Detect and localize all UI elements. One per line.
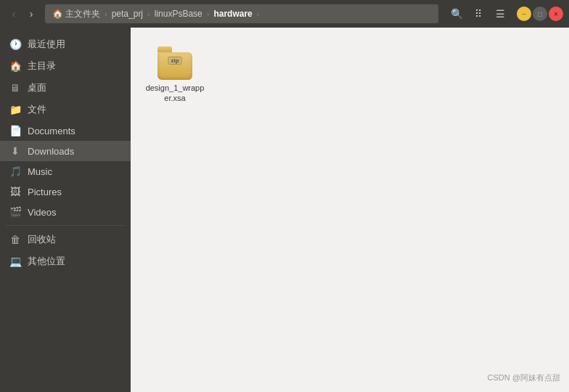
sidebar-item-documents[interactable]: 📄 Documents	[0, 121, 131, 141]
breadcrumb-sep-3: ›	[207, 9, 210, 18]
music-icon: 🎵	[9, 166, 22, 177]
sidebar-divider	[6, 225, 125, 226]
home-icon: 🏠	[52, 9, 63, 19]
breadcrumb-sep-2: ›	[147, 9, 150, 18]
sidebar-item-files-label: 文件	[28, 103, 122, 116]
folder-body: zip	[157, 52, 192, 80]
download-icon: ⬇	[9, 145, 22, 157]
maximize-button[interactable]: □	[533, 7, 547, 21]
nav-controls: ‹ ›	[6, 6, 39, 22]
desktop-icon: 🖥	[9, 82, 22, 94]
sidebar-item-videos[interactable]: 🎬 Videos	[0, 202, 131, 222]
file-item[interactable]: zip design_1_wrapper.xsa	[142, 39, 208, 110]
sidebar-item-home[interactable]: 🏠 主目录	[0, 55, 131, 77]
breadcrumb-peta[interactable]: peta_prj	[109, 7, 146, 20]
sidebar-item-downloads-label: Downloads	[28, 146, 122, 157]
window-controls: − □ ×	[517, 7, 563, 21]
sidebar-item-recent-label: 最近使用	[28, 38, 122, 51]
sidebar: 🕐 最近使用 🏠 主目录 🖥 桌面 📁 文件 📄 Documents ⬇ Dow…	[0, 28, 131, 392]
sidebar-item-trash-label: 回收站	[28, 233, 122, 246]
breadcrumb-hardware-label: hardware	[213, 9, 252, 19]
sidebar-item-other[interactable]: 💻 其他位置	[0, 250, 131, 272]
toolbar-actions: 🔍 ⠿ ☰	[447, 4, 509, 23]
grid-icon: ⠿	[475, 8, 482, 20]
sidebar-item-desktop-label: 桌面	[28, 81, 122, 94]
breadcrumb-sep-4: ›	[257, 9, 260, 18]
folder-icon-wrap: zip	[157, 45, 192, 80]
breadcrumb-hardware[interactable]: hardware	[210, 7, 255, 20]
sidebar-item-documents-label: Documents	[28, 126, 122, 136]
videos-icon: 🎬	[9, 206, 22, 218]
sidebar-item-files[interactable]: 📁 文件	[0, 99, 131, 121]
breadcrumb: 🏠 主文件夹 › peta_prj › linuxPsBase › hardwa…	[45, 4, 438, 23]
back-button[interactable]: ‹	[6, 6, 22, 22]
file-name: design_1_wrapper.xsa	[145, 83, 205, 104]
sidebar-item-pictures[interactable]: 🖼 Pictures	[0, 181, 131, 202]
search-button[interactable]: 🔍	[447, 4, 466, 23]
zip-badge: zip	[168, 57, 181, 65]
sidebar-item-downloads[interactable]: ⬇ Downloads	[0, 141, 131, 161]
pictures-icon: 🖼	[9, 186, 22, 197]
minimize-button[interactable]: −	[517, 7, 531, 21]
breadcrumb-peta-label: peta_prj	[112, 9, 143, 19]
breadcrumb-home-label: 主文件夹	[65, 8, 100, 20]
breadcrumb-home[interactable]: 🏠 主文件夹	[49, 7, 103, 22]
sidebar-item-home-label: 主目录	[28, 60, 122, 73]
titlebar: ‹ › 🏠 主文件夹 › peta_prj › linuxPsBase › ha…	[0, 0, 569, 28]
document-icon: 📄	[9, 125, 22, 136]
breadcrumb-linux[interactable]: linuxPsBase	[152, 7, 205, 20]
sidebar-item-desktop[interactable]: 🖥 桌面	[0, 77, 131, 99]
file-area: zip design_1_wrapper.xsa CSDN @阿妹有点甜	[131, 28, 569, 392]
clock-icon: 🕐	[9, 38, 22, 50]
breadcrumb-linux-label: linuxPsBase	[155, 9, 202, 19]
watermark-text: CSDN @阿妹有点甜	[488, 373, 560, 382]
hamburger-icon: ☰	[496, 8, 505, 20]
computer-icon: 💻	[9, 256, 22, 267]
sidebar-item-videos-label: Videos	[28, 207, 122, 218]
sidebar-item-music[interactable]: 🎵 Music	[0, 161, 131, 181]
view-toggle-button[interactable]: ⠿	[469, 4, 488, 23]
home-icon: 🏠	[9, 60, 22, 72]
trash-icon: 🗑	[9, 234, 22, 245]
folder-tab	[157, 46, 172, 52]
menu-button[interactable]: ☰	[491, 4, 509, 23]
breadcrumb-sep-1: ›	[105, 9, 107, 18]
sidebar-item-recent[interactable]: 🕐 最近使用	[0, 33, 131, 55]
forward-button[interactable]: ›	[23, 6, 39, 22]
sidebar-item-trash[interactable]: 🗑 回收站	[0, 229, 131, 250]
folder-icon: 📁	[9, 104, 22, 115]
search-icon: 🔍	[451, 8, 463, 20]
sidebar-item-music-label: Music	[28, 166, 122, 177]
close-button[interactable]: ×	[549, 7, 563, 21]
sidebar-item-pictures-label: Pictures	[28, 187, 122, 197]
main-content: 🕐 最近使用 🏠 主目录 🖥 桌面 📁 文件 📄 Documents ⬇ Dow…	[0, 28, 569, 392]
sidebar-item-other-label: 其他位置	[28, 255, 122, 268]
watermark: CSDN @阿妹有点甜	[488, 372, 560, 383]
